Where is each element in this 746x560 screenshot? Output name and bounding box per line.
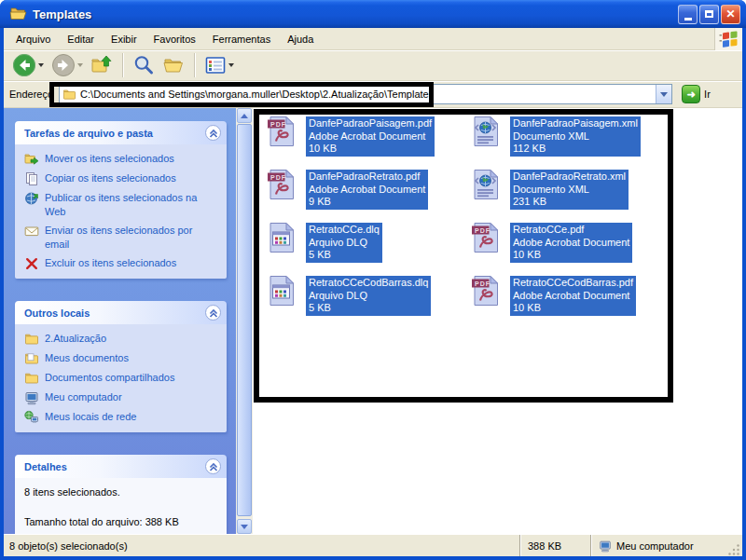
file-text: RetratoCCe.dlq Arquivo DLQ 5 KB xyxy=(306,223,382,263)
menu-ferramentas[interactable]: Ferramentas xyxy=(204,30,279,48)
views-dropdown-caret[interactable] xyxy=(228,63,234,67)
forward-button[interactable] xyxy=(48,51,86,79)
task-email[interactable]: Enviar os itens selecionados por email xyxy=(24,224,221,252)
file-name: DanfePadraoPaisagem.pdf xyxy=(309,117,432,130)
collapse-button[interactable] xyxy=(205,305,221,321)
toolbar-separator xyxy=(122,53,123,77)
file-type: Adobe Acrobat Document xyxy=(513,237,629,250)
folders-button[interactable] xyxy=(159,52,187,78)
address-label: Endereço xyxy=(9,89,53,100)
place-my-documents[interactable]: Meus documentos xyxy=(24,351,221,366)
place-my-network[interactable]: Meus locais de rede xyxy=(24,410,221,425)
place-label[interactable]: Meus locais de rede xyxy=(45,410,136,424)
task-label[interactable]: Publicar os itens selecionados na Web xyxy=(45,191,217,219)
file-type: Adobe Acrobat Document xyxy=(309,130,432,143)
file-size: 10 KB xyxy=(513,249,629,262)
menu-arquivo[interactable]: Arquivo xyxy=(7,30,59,48)
panel-other-places-header[interactable]: Outros locais xyxy=(15,301,227,324)
task-label[interactable]: Mover os itens selecionados xyxy=(45,152,174,166)
file-size: 231 KB xyxy=(513,196,626,209)
task-label[interactable]: Excluir os itens selecionados xyxy=(45,256,176,270)
network-icon xyxy=(24,410,39,425)
scroll-up-button[interactable] xyxy=(237,108,252,123)
file-name: DanfePadraoRetrato.pdf xyxy=(309,171,425,184)
collapse-button[interactable] xyxy=(205,125,221,141)
collapse-button[interactable] xyxy=(205,458,221,474)
panel-other-places-body: 2.Atualização Meus documentos Documentos… xyxy=(15,324,227,432)
search-button[interactable] xyxy=(130,52,158,78)
panel-title: Tarefas de arquivo e pasta xyxy=(24,128,153,139)
file-list-area[interactable]: DanfePadraoPaisagem.pdf Adobe Acrobat Do… xyxy=(253,108,742,534)
file-size: 5 KB xyxy=(309,249,380,262)
file-tile[interactable]: DanfePadraoPaisagem.pdf Adobe Acrobat Do… xyxy=(266,116,435,157)
menu-editar[interactable]: Editar xyxy=(59,30,103,48)
address-field[interactable]: C:\Documents and Settings\morgana.muller… xyxy=(59,84,672,104)
place-label[interactable]: Meu computador xyxy=(45,390,122,404)
menu-ajuda[interactable]: Ajuda xyxy=(279,30,322,48)
file-tile[interactable]: DanfePadraoRetrato.pdf Adobe Acrobat Doc… xyxy=(266,169,428,210)
views-icon xyxy=(204,54,227,76)
menu-bar: Arquivo Editar Exibir Favoritos Ferramen… xyxy=(4,28,742,50)
file-type: Adobe Acrobat Document xyxy=(513,290,633,303)
file-tile[interactable]: DanfePadraoRetrato.xml Documento XML 231… xyxy=(470,169,629,210)
file-tile[interactable]: DanfePadraoPaisagem.xml Documento XML 11… xyxy=(470,116,641,157)
address-dropdown-button[interactable] xyxy=(656,85,671,103)
task-publish[interactable]: Publicar os itens selecionados na Web xyxy=(24,191,221,219)
file-text: DanfePadraoRetrato.xml Documento XML 231… xyxy=(510,170,629,210)
task-move[interactable]: Mover os itens selecionados xyxy=(24,152,221,167)
title-bar: Templates ✕ xyxy=(0,0,746,28)
panel-title: Detalhes xyxy=(24,461,67,472)
status-size-value: 388 KB xyxy=(528,540,561,552)
file-name: DanfePadraoRetrato.xml xyxy=(513,171,626,184)
forward-dropdown-caret[interactable] xyxy=(77,63,83,67)
address-path[interactable]: C:\Documents and Settings\morgana.muller… xyxy=(80,89,434,100)
file-tile[interactable]: RetratoCCe.dlq Arquivo DLQ 5 KB xyxy=(266,222,382,263)
place-label[interactable]: Meus documentos xyxy=(45,351,129,365)
scrollbar-thumb[interactable] xyxy=(237,124,252,516)
place-shared-documents[interactable]: Documentos compartilhados xyxy=(24,371,221,386)
task-label[interactable]: Enviar os itens selecionados por email xyxy=(45,224,217,252)
up-button[interactable] xyxy=(88,52,116,78)
copy-icon xyxy=(24,171,39,186)
back-button[interactable] xyxy=(9,51,47,79)
sidebar-scrollbar[interactable] xyxy=(236,108,253,534)
views-button[interactable] xyxy=(201,52,237,78)
menu-exibir[interactable]: Exibir xyxy=(103,30,145,48)
address-folder-icon xyxy=(62,88,76,102)
file-size: 10 KB xyxy=(513,302,633,315)
panel-other-places: Outros locais 2.Atualização Meus documen xyxy=(15,301,227,432)
resize-grip[interactable] xyxy=(728,544,740,556)
place-atualizacao[interactable]: 2.Atualização xyxy=(24,332,221,347)
delete-icon xyxy=(24,256,39,271)
file-text: DanfePadraoPaisagem.xml Documento XML 11… xyxy=(510,116,641,157)
place-label[interactable]: Documentos compartilhados xyxy=(45,371,174,385)
file-tile[interactable]: RetratoCCeCodBarras.pdf Adobe Acrobat Do… xyxy=(470,275,636,316)
close-button[interactable]: ✕ xyxy=(721,5,740,24)
maximize-button[interactable] xyxy=(699,5,719,24)
file-tile[interactable]: RetratoCCeCodBarras.dlq Arquivo DLQ 5 KB xyxy=(266,275,431,316)
place-label[interactable]: 2.Atualização xyxy=(45,332,106,346)
chevron-up-icon xyxy=(207,460,220,473)
file-text: RetratoCCe.pdf Adobe Acrobat Document 10… xyxy=(510,223,632,263)
panel-file-tasks-header[interactable]: Tarefas de arquivo e pasta xyxy=(15,121,227,144)
file-text: DanfePadraoRetrato.pdf Adobe Acrobat Doc… xyxy=(306,170,428,210)
place-my-computer[interactable]: Meu computador xyxy=(24,390,221,405)
minimize-button[interactable] xyxy=(678,5,698,24)
task-copy[interactable]: Copiar os itens selecionados xyxy=(24,171,221,186)
status-size: 388 KB xyxy=(519,535,590,556)
panel-details-header[interactable]: Detalhes xyxy=(15,455,227,478)
scroll-down-button[interactable] xyxy=(237,519,252,534)
chevron-up-icon xyxy=(207,127,220,140)
menu-favoritos[interactable]: Favoritos xyxy=(145,30,204,48)
file-tile[interactable]: RetratoCCe.pdf Adobe Acrobat Document 10… xyxy=(470,222,632,263)
file-size: 9 KB xyxy=(309,196,425,209)
task-delete[interactable]: Excluir os itens selecionados xyxy=(24,256,221,271)
xml-file-icon xyxy=(470,116,502,147)
task-label[interactable]: Copiar os itens selecionados xyxy=(45,171,176,185)
go-button[interactable]: ➜ xyxy=(682,85,700,103)
windows-logo-icon xyxy=(714,28,742,50)
back-dropdown-caret[interactable] xyxy=(38,63,44,67)
panel-file-tasks-body: Mover os itens selecionados Copiar os it… xyxy=(15,144,227,279)
panel-title: Outros locais xyxy=(24,307,90,319)
status-bar: 8 objeto(s) selecionado(s) 388 KB Meu co… xyxy=(4,534,742,556)
